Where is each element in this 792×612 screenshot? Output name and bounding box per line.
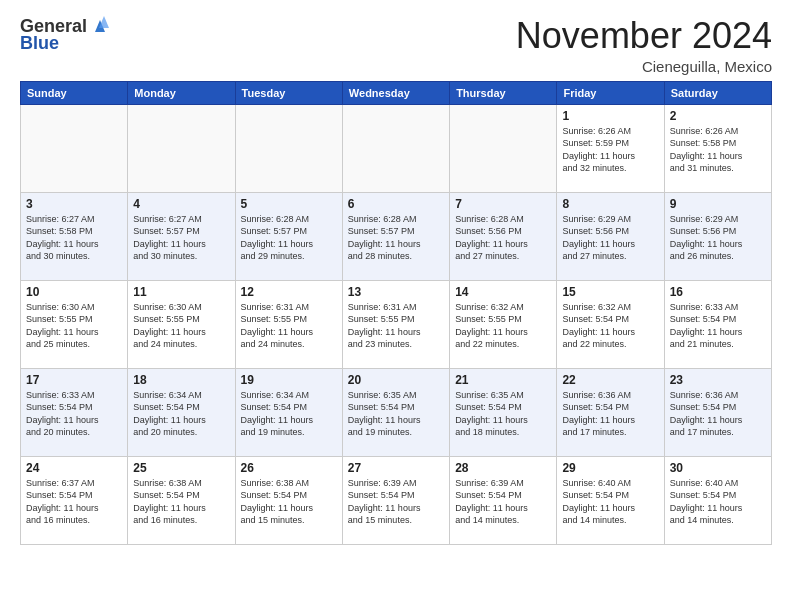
calendar-cell	[235, 104, 342, 192]
day-info: Sunrise: 6:26 AM Sunset: 5:58 PM Dayligh…	[670, 125, 766, 175]
day-number: 3	[26, 197, 122, 211]
day-number: 21	[455, 373, 551, 387]
day-info: Sunrise: 6:28 AM Sunset: 5:57 PM Dayligh…	[241, 213, 337, 263]
day-number: 25	[133, 461, 229, 475]
col-tuesday: Tuesday	[235, 81, 342, 104]
logo-blue-text: Blue	[20, 33, 59, 54]
day-number: 11	[133, 285, 229, 299]
day-info: Sunrise: 6:33 AM Sunset: 5:54 PM Dayligh…	[670, 301, 766, 351]
day-info: Sunrise: 6:32 AM Sunset: 5:54 PM Dayligh…	[562, 301, 658, 351]
calendar-week-row: 10Sunrise: 6:30 AM Sunset: 5:55 PM Dayli…	[21, 280, 772, 368]
day-number: 28	[455, 461, 551, 475]
title-block: November 2024 Cieneguilla, Mexico	[516, 16, 772, 75]
calendar-cell: 30Sunrise: 6:40 AM Sunset: 5:54 PM Dayli…	[664, 456, 771, 544]
day-number: 2	[670, 109, 766, 123]
logo-triangle-icon	[89, 14, 111, 36]
day-number: 12	[241, 285, 337, 299]
calendar-cell: 16Sunrise: 6:33 AM Sunset: 5:54 PM Dayli…	[664, 280, 771, 368]
calendar-cell: 2Sunrise: 6:26 AM Sunset: 5:58 PM Daylig…	[664, 104, 771, 192]
calendar-cell: 14Sunrise: 6:32 AM Sunset: 5:55 PM Dayli…	[450, 280, 557, 368]
calendar-cell: 15Sunrise: 6:32 AM Sunset: 5:54 PM Dayli…	[557, 280, 664, 368]
calendar-cell: 28Sunrise: 6:39 AM Sunset: 5:54 PM Dayli…	[450, 456, 557, 544]
day-number: 24	[26, 461, 122, 475]
day-number: 19	[241, 373, 337, 387]
day-info: Sunrise: 6:28 AM Sunset: 5:56 PM Dayligh…	[455, 213, 551, 263]
calendar-cell: 17Sunrise: 6:33 AM Sunset: 5:54 PM Dayli…	[21, 368, 128, 456]
calendar-week-row: 1Sunrise: 6:26 AM Sunset: 5:59 PM Daylig…	[21, 104, 772, 192]
calendar-cell: 22Sunrise: 6:36 AM Sunset: 5:54 PM Dayli…	[557, 368, 664, 456]
page: General Blue November 2024 Cieneguilla, …	[0, 0, 792, 612]
day-number: 22	[562, 373, 658, 387]
day-info: Sunrise: 6:38 AM Sunset: 5:54 PM Dayligh…	[133, 477, 229, 527]
calendar-cell: 26Sunrise: 6:38 AM Sunset: 5:54 PM Dayli…	[235, 456, 342, 544]
calendar-cell: 25Sunrise: 6:38 AM Sunset: 5:54 PM Dayli…	[128, 456, 235, 544]
day-number: 6	[348, 197, 444, 211]
calendar-cell: 5Sunrise: 6:28 AM Sunset: 5:57 PM Daylig…	[235, 192, 342, 280]
day-number: 30	[670, 461, 766, 475]
day-info: Sunrise: 6:40 AM Sunset: 5:54 PM Dayligh…	[670, 477, 766, 527]
calendar-cell: 19Sunrise: 6:34 AM Sunset: 5:54 PM Dayli…	[235, 368, 342, 456]
calendar-cell: 10Sunrise: 6:30 AM Sunset: 5:55 PM Dayli…	[21, 280, 128, 368]
calendar-cell: 6Sunrise: 6:28 AM Sunset: 5:57 PM Daylig…	[342, 192, 449, 280]
calendar-table: Sunday Monday Tuesday Wednesday Thursday…	[20, 81, 772, 545]
day-number: 23	[670, 373, 766, 387]
day-number: 10	[26, 285, 122, 299]
day-info: Sunrise: 6:37 AM Sunset: 5:54 PM Dayligh…	[26, 477, 122, 527]
day-number: 8	[562, 197, 658, 211]
calendar-cell: 9Sunrise: 6:29 AM Sunset: 5:56 PM Daylig…	[664, 192, 771, 280]
day-number: 18	[133, 373, 229, 387]
calendar-cell: 8Sunrise: 6:29 AM Sunset: 5:56 PM Daylig…	[557, 192, 664, 280]
calendar-cell	[128, 104, 235, 192]
calendar-cell: 21Sunrise: 6:35 AM Sunset: 5:54 PM Dayli…	[450, 368, 557, 456]
calendar-cell: 23Sunrise: 6:36 AM Sunset: 5:54 PM Dayli…	[664, 368, 771, 456]
day-info: Sunrise: 6:29 AM Sunset: 5:56 PM Dayligh…	[562, 213, 658, 263]
day-number: 20	[348, 373, 444, 387]
day-info: Sunrise: 6:35 AM Sunset: 5:54 PM Dayligh…	[455, 389, 551, 439]
calendar-cell: 7Sunrise: 6:28 AM Sunset: 5:56 PM Daylig…	[450, 192, 557, 280]
calendar-cell: 1Sunrise: 6:26 AM Sunset: 5:59 PM Daylig…	[557, 104, 664, 192]
calendar-cell: 12Sunrise: 6:31 AM Sunset: 5:55 PM Dayli…	[235, 280, 342, 368]
col-wednesday: Wednesday	[342, 81, 449, 104]
day-info: Sunrise: 6:31 AM Sunset: 5:55 PM Dayligh…	[241, 301, 337, 351]
day-number: 9	[670, 197, 766, 211]
col-sunday: Sunday	[21, 81, 128, 104]
day-info: Sunrise: 6:29 AM Sunset: 5:56 PM Dayligh…	[670, 213, 766, 263]
calendar-cell: 29Sunrise: 6:40 AM Sunset: 5:54 PM Dayli…	[557, 456, 664, 544]
calendar-cell: 13Sunrise: 6:31 AM Sunset: 5:55 PM Dayli…	[342, 280, 449, 368]
day-number: 27	[348, 461, 444, 475]
col-thursday: Thursday	[450, 81, 557, 104]
day-number: 5	[241, 197, 337, 211]
day-info: Sunrise: 6:31 AM Sunset: 5:55 PM Dayligh…	[348, 301, 444, 351]
calendar-cell: 4Sunrise: 6:27 AM Sunset: 5:57 PM Daylig…	[128, 192, 235, 280]
day-info: Sunrise: 6:36 AM Sunset: 5:54 PM Dayligh…	[562, 389, 658, 439]
day-info: Sunrise: 6:27 AM Sunset: 5:57 PM Dayligh…	[133, 213, 229, 263]
day-number: 15	[562, 285, 658, 299]
day-number: 7	[455, 197, 551, 211]
calendar-cell: 20Sunrise: 6:35 AM Sunset: 5:54 PM Dayli…	[342, 368, 449, 456]
col-saturday: Saturday	[664, 81, 771, 104]
calendar-header-row: Sunday Monday Tuesday Wednesday Thursday…	[21, 81, 772, 104]
col-monday: Monday	[128, 81, 235, 104]
day-info: Sunrise: 6:30 AM Sunset: 5:55 PM Dayligh…	[26, 301, 122, 351]
calendar-cell: 18Sunrise: 6:34 AM Sunset: 5:54 PM Dayli…	[128, 368, 235, 456]
day-info: Sunrise: 6:33 AM Sunset: 5:54 PM Dayligh…	[26, 389, 122, 439]
calendar-cell	[21, 104, 128, 192]
day-info: Sunrise: 6:40 AM Sunset: 5:54 PM Dayligh…	[562, 477, 658, 527]
header: General Blue November 2024 Cieneguilla, …	[20, 16, 772, 75]
day-number: 29	[562, 461, 658, 475]
calendar-cell: 27Sunrise: 6:39 AM Sunset: 5:54 PM Dayli…	[342, 456, 449, 544]
day-info: Sunrise: 6:32 AM Sunset: 5:55 PM Dayligh…	[455, 301, 551, 351]
col-friday: Friday	[557, 81, 664, 104]
day-info: Sunrise: 6:27 AM Sunset: 5:58 PM Dayligh…	[26, 213, 122, 263]
logo: General Blue	[20, 16, 111, 54]
day-number: 4	[133, 197, 229, 211]
day-info: Sunrise: 6:39 AM Sunset: 5:54 PM Dayligh…	[455, 477, 551, 527]
calendar-cell: 3Sunrise: 6:27 AM Sunset: 5:58 PM Daylig…	[21, 192, 128, 280]
day-number: 14	[455, 285, 551, 299]
day-info: Sunrise: 6:26 AM Sunset: 5:59 PM Dayligh…	[562, 125, 658, 175]
day-info: Sunrise: 6:36 AM Sunset: 5:54 PM Dayligh…	[670, 389, 766, 439]
calendar-week-row: 3Sunrise: 6:27 AM Sunset: 5:58 PM Daylig…	[21, 192, 772, 280]
day-number: 1	[562, 109, 658, 123]
calendar-cell	[342, 104, 449, 192]
calendar-cell: 11Sunrise: 6:30 AM Sunset: 5:55 PM Dayli…	[128, 280, 235, 368]
